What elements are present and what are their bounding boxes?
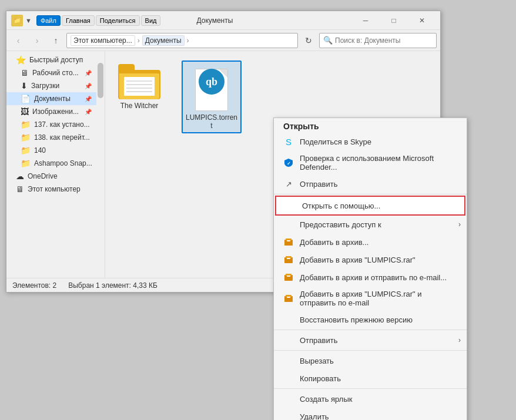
search-icon: 🔍 <box>323 36 333 45</box>
ctx-add-email[interactable]: Добавить в архив и отправить по e-mail..… <box>274 268 467 286</box>
sidebar-label: Ashampoo Snap... <box>34 159 92 167</box>
documents-icon: 📄 <box>21 94 31 103</box>
ctx-defender-label: Проверка с использованием Microsoft Defe… <box>300 154 457 172</box>
arrow-icon-2: › <box>458 336 461 344</box>
sidebar-item-images[interactable]: 🖼 Изображени... 📌 <box>6 105 96 118</box>
witcher-folder-icon <box>118 64 160 99</box>
share-icon: ↗ <box>283 179 294 189</box>
torrent-icon: qb <box>190 64 233 111</box>
ctx-copy[interactable]: Копировать <box>274 369 467 387</box>
address-arrow1: › <box>138 36 140 45</box>
sidebar-item-onedrive[interactable]: ☁ OneDrive <box>6 170 96 183</box>
ctx-restore-label: Восстановить прежнюю версию <box>300 315 457 324</box>
pin-icon: 📌 <box>85 109 92 115</box>
ctx-separator-3 <box>274 350 467 351</box>
copy-icon <box>283 373 294 384</box>
address-bar: ‹ › ↑ Этот компьютер... › Документы › ↻ … <box>6 30 440 51</box>
ctx-create-shortcut[interactable]: Создать ярлык <box>274 390 467 408</box>
ctx-send-to-1[interactable]: ↗ Отправить <box>274 175 467 193</box>
tab-file[interactable]: Файл <box>36 15 61 26</box>
ctx-cut-label: Вырезать <box>300 357 457 365</box>
sidebar-scroll-track <box>96 51 105 278</box>
ctx-add-lumpics-rar[interactable]: Добавить в архив "LUMPICS.rar" <box>274 251 467 268</box>
svg-text:✓: ✓ <box>287 161 291 166</box>
onedrive-icon: ☁ <box>16 172 24 181</box>
delete-icon <box>283 411 294 420</box>
ctx-restore[interactable]: Восстановить прежнюю версию <box>274 311 467 328</box>
svg-rect-9 <box>287 275 290 277</box>
star-icon: ⭐ <box>16 55 26 65</box>
send-icon <box>283 335 294 345</box>
sidebar-label: Быстрый доступ <box>29 56 83 64</box>
search-input[interactable] <box>335 36 433 45</box>
address-segment-computer: Этот компьютер... <box>71 35 135 46</box>
refresh-button[interactable]: ↻ <box>300 32 317 49</box>
sidebar-item-140[interactable]: 📁 140 <box>6 144 96 157</box>
sidebar-label: OneDrive <box>28 172 58 180</box>
folder-icon: 📁 <box>21 159 31 168</box>
context-menu: Открыть S Поделиться в Skype ✓ Проверка … <box>273 117 467 420</box>
skype-icon: S <box>283 136 294 147</box>
search-box[interactable]: 🔍 <box>319 33 437 48</box>
ctx-grant-access[interactable]: Предоставить доступ к › <box>274 216 467 233</box>
ctx-defender[interactable]: ✓ Проверка с использованием Microsoft De… <box>274 150 467 175</box>
ctx-open-with-label: Открыть с помощью... <box>302 201 455 210</box>
ctx-share-skype[interactable]: S Поделиться в Skype <box>274 133 467 150</box>
open-with-icon <box>286 200 296 211</box>
tab-view[interactable]: Вид <box>141 15 161 26</box>
pin-icon: 📌 <box>85 70 92 76</box>
ctx-send-to-2[interactable]: Отправить › <box>274 331 467 349</box>
sidebar-item-138[interactable]: 📁 138. как перейт... <box>6 131 96 144</box>
desktop-icon: 🖥 <box>21 68 29 78</box>
ctx-add-archive[interactable]: Добавить в архив... <box>274 233 467 251</box>
window-controls: ─ □ ✕ <box>352 12 435 29</box>
ctx-add-lumpics-email[interactable]: Добавить в архив "LUMPICS.rar" и отправи… <box>274 286 467 311</box>
close-button[interactable]: ✕ <box>408 12 435 29</box>
tab-share[interactable]: Поделиться <box>96 15 140 26</box>
sidebar-label: Рабочий сто... <box>32 69 79 77</box>
window-title: Документы <box>196 16 352 25</box>
images-icon: 🖼 <box>21 107 29 116</box>
archive-icon-4 <box>283 293 294 304</box>
quick-access-toolbar: Файл Главная Поделиться Вид <box>36 15 192 26</box>
sidebar-item-quick-access[interactable]: ⭐ Быстрый доступ <box>6 53 96 66</box>
sidebar-item-desktop[interactable]: 🖥 Рабочий сто... 📌 <box>6 66 96 79</box>
pin-icon: 📌 <box>85 83 92 89</box>
sidebar-item-this-pc[interactable]: 🖥 Этот компьютер <box>6 183 96 196</box>
ctx-open-header: Открыть <box>274 118 467 133</box>
file-item-witcher[interactable]: The Witcher <box>115 61 164 113</box>
forward-button[interactable]: › <box>29 32 45 49</box>
archive-icon-1 <box>283 237 294 247</box>
ctx-shortcut-label: Создать ярлык <box>300 395 457 404</box>
sidebar-scroll-thumb[interactable] <box>98 63 103 98</box>
svg-rect-12 <box>287 297 290 298</box>
ctx-add-email-label: Добавить в архив и отправить по e-mail..… <box>300 273 457 282</box>
defender-icon: ✓ <box>283 157 294 168</box>
address-path[interactable]: Этот компьютер... › Документы › <box>66 33 298 48</box>
minimize-button[interactable]: ─ <box>352 12 379 29</box>
sidebar-item-ashampoo[interactable]: 📁 Ashampoo Snap... <box>6 157 96 170</box>
archive-icon-2 <box>283 254 294 265</box>
address-segment-documents: Документы <box>142 35 185 46</box>
items-count: Элементов: 2 <box>12 281 56 290</box>
ctx-cut[interactable]: Вырезать <box>274 352 467 369</box>
maximize-button[interactable]: □ <box>380 12 407 29</box>
sidebar-item-documents[interactable]: 📄 Документы 📌 <box>6 92 96 105</box>
sidebar-label: Этот компьютер <box>28 185 81 193</box>
sidebar-item-137[interactable]: 📁 137. как устано... <box>6 118 96 131</box>
selected-info: Выбран 1 элемент: 4,33 КБ <box>68 281 158 290</box>
ctx-open-with[interactable]: Открыть с помощью... <box>275 196 465 216</box>
ctx-lumpics-rar-email-label: Добавить в архив "LUMPICS.rar" и отправи… <box>300 290 457 307</box>
tab-home[interactable]: Главная <box>62 15 95 26</box>
ctx-delete[interactable]: Удалить <box>274 408 467 420</box>
back-button[interactable]: ‹ <box>10 32 26 49</box>
torrent-label: LUMPICS.torrent <box>185 113 238 130</box>
archive-icon-3 <box>283 272 294 283</box>
ctx-delete-label: Удалить <box>300 412 457 421</box>
sidebar-label: Изображени... <box>32 107 79 116</box>
download-icon: ⬇ <box>21 81 28 90</box>
sidebar-item-downloads[interactable]: ⬇ Загрузки 📌 <box>6 79 96 92</box>
up-button[interactable]: ↑ <box>48 32 64 49</box>
file-item-torrent[interactable]: qb LUMPICS.torrent <box>182 61 242 133</box>
folder-icon: 📁 <box>21 146 31 155</box>
